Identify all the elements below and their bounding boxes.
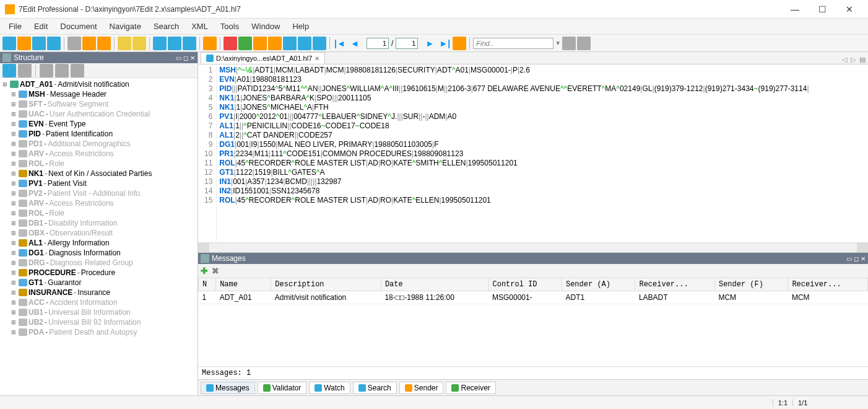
messages-column-header[interactable]: Receiver... [635,278,715,291]
code-editor[interactable]: 123456789101112131415 MSH|^~\&|ADT1|MCM|… [198,64,868,242]
tree-node-pda[interactable]: ⊞PDA - Patient Death and Autopsy [1,327,196,337]
code-content[interactable]: MSH|^~\&|ADT1|MCM|LABADT|MCM|19880818112… [217,64,811,242]
structure-tree[interactable]: ⊞ADT_A01 - Admit/visit notification⊞MSH … [0,78,197,395]
tree-node-arv[interactable]: ⊞ARV - Access Restrictions [1,149,196,159]
doc-icon[interactable] [183,37,196,50]
expand-icon[interactable]: ⊞ [10,111,17,117]
delete-message-icon[interactable]: ✖ [212,266,219,276]
menu-help[interactable]: Help [286,19,315,33]
code-line[interactable]: EVN|A01|198808181123 [219,75,809,84]
messages-column-header[interactable]: Receiver... [788,278,868,291]
expand-icon[interactable]: ⊞ [10,190,17,196]
expand-icon[interactable] [2,64,16,77]
box2-icon[interactable] [268,37,282,50]
sort-icon[interactable] [71,64,84,77]
tree-node-dg1[interactable]: ⊞DG1 - Diagnosis Information [1,248,196,258]
bottom-tab-validator[interactable]: Validator [258,382,306,394]
find-dropdown-icon[interactable]: ▼ [555,40,561,46]
tree-node-pd1[interactable]: ⊞PD1 - Additional Demographics [1,139,196,149]
tree-node-procedure[interactable]: ⊞PROCEDURE - Procedure [1,268,196,278]
tree-node-arv[interactable]: ⊞ARV - Access Restrictions [1,198,196,208]
tab-next-icon[interactable]: ▷ [851,56,856,64]
tree-node-insurance[interactable]: ⊞INSURANCE - Insurance [1,288,196,297]
down2-icon[interactable] [55,64,69,77]
messages-column-header[interactable]: Description [271,278,381,291]
collapse-icon[interactable] [18,64,32,77]
menu-search[interactable]: Search [147,19,185,33]
redo-icon[interactable] [132,37,146,50]
tree-node-rol[interactable]: ⊞ROL - Role [1,159,196,169]
tree-node-adt_a01[interactable]: ⊞ADT_A01 - Admit/visit notification [1,79,196,89]
code-line[interactable]: PID|||PATID1234^5^M11^^AN||JONES^WILLIAM… [219,84,809,94]
code-line[interactable]: NK1|1|JONES^BARBARA^K|SPO|||20011105 [219,94,809,103]
code-line[interactable]: DG1|001|I9|1550|MAL NEO LIVER, PRIMARY|1… [219,140,809,149]
menu-navigate[interactable]: Navigate [103,19,147,33]
tree-node-al1[interactable]: ⊞AL1 - Allergy Information [1,238,196,248]
tree-node-gt1[interactable]: ⊞GT1 - Guarantor [1,278,196,288]
expand-icon[interactable]: ⊞ [10,141,17,147]
menu-xml[interactable]: XML [185,19,214,33]
search-icon[interactable] [562,37,576,50]
code-line[interactable]: NK1|1|JONES^MICHAEL^A|FTH [219,103,809,112]
expand-icon[interactable]: ⊞ [10,131,17,137]
expand-icon[interactable]: ⊞ [10,329,17,335]
horizontal-scrollbar[interactable] [198,242,868,252]
maximize-button[interactable]: ☐ [809,1,836,18]
add-message-icon[interactable]: ✚ [201,266,208,276]
page-total-input[interactable] [396,38,418,49]
expand-icon[interactable]: ⊞ [10,91,17,97]
expand-icon[interactable]: ⊞ [10,180,17,187]
menu-edit[interactable]: Edit [28,19,54,33]
expand-icon[interactable]: ⊞ [10,151,17,157]
tree-node-pv2[interactable]: ⊞PV2 - Patient Visit - Additional Info. [1,188,196,198]
open-file-icon[interactable] [17,37,31,50]
stop-icon[interactable] [224,37,237,50]
doc3-icon[interactable] [298,37,311,50]
wizard-icon[interactable] [203,37,217,50]
cut-icon[interactable] [67,37,81,50]
bottom-tab-messages[interactable]: Messages [201,382,255,394]
messages-column-header[interactable]: Sender (A) [562,278,635,291]
panel-close-icon[interactable]: ✕ [190,55,195,61]
prev-page-icon[interactable]: ◄ [348,37,362,50]
messages-row[interactable]: 1ADT_A01Admit/visit notification18-□□-19… [199,291,868,304]
minimize-button[interactable]: — [781,1,809,18]
first-page-icon[interactable]: |◄ [333,37,347,50]
expand-icon[interactable]: ⊞ [10,210,17,216]
tree-node-drg[interactable]: ⊞DRG - Diagnosis Related Group [1,258,196,268]
tree-node-uac[interactable]: ⊞UAC - User Authentication Credential [1,109,196,119]
panel-restore-icon[interactable]: ◻ [183,55,188,61]
tree-node-pv1[interactable]: ⊞PV1 - Patient Visit [1,178,196,188]
up-icon[interactable] [40,64,53,77]
tree-node-pid[interactable]: ⊞PID - Patient Identification [1,129,196,139]
tree-node-db1[interactable]: ⊞DB1 - Disability Information [1,218,196,228]
expand-icon[interactable]: ⊞ [10,220,17,226]
expand-icon[interactable]: ⊞ [10,270,17,276]
box-icon[interactable] [253,37,267,50]
expand-icon[interactable]: ⊞ [10,121,17,127]
last-page-icon[interactable]: ►| [438,37,451,50]
code-line[interactable]: PV1|I|2000^2012^01|||004777^LEBAUER^SIDN… [219,112,809,121]
scroll-right-icon[interactable] [857,243,868,252]
messages-column-header[interactable]: Sender (F) [714,278,788,291]
messages-column-header[interactable]: Name [216,278,271,291]
page-current-input[interactable] [367,38,389,49]
tree-node-ub1[interactable]: ⊞UB1 - Universal Bill Information [1,307,196,317]
expand-icon[interactable]: ⊞ [10,170,17,177]
code-line[interactable]: AL1|1||^PENICILLIN||CODE16~CODE17~CODE18 [219,121,809,131]
bookmark-icon[interactable] [453,37,466,50]
doc2-icon[interactable] [283,37,297,50]
tree-icon[interactable] [153,37,167,50]
menu-document[interactable]: Document [54,19,103,33]
save-all-icon[interactable] [47,37,61,50]
messages-column-header[interactable]: Control ID [488,278,562,291]
panel-minimize-icon[interactable]: ▭ [846,255,852,262]
expand-icon[interactable]: ⊞ [10,289,17,296]
close-button[interactable]: ✕ [836,1,863,18]
expand-icon[interactable]: ⊞ [10,250,17,256]
expand-icon[interactable]: ⊞ [10,240,17,246]
tree-node-msh[interactable]: ⊞MSH - Message Header [1,89,196,99]
menu-window[interactable]: Window [245,19,286,33]
expand-icon[interactable]: ⊞ [10,200,17,206]
bottom-tab-search[interactable]: Search [353,382,397,394]
